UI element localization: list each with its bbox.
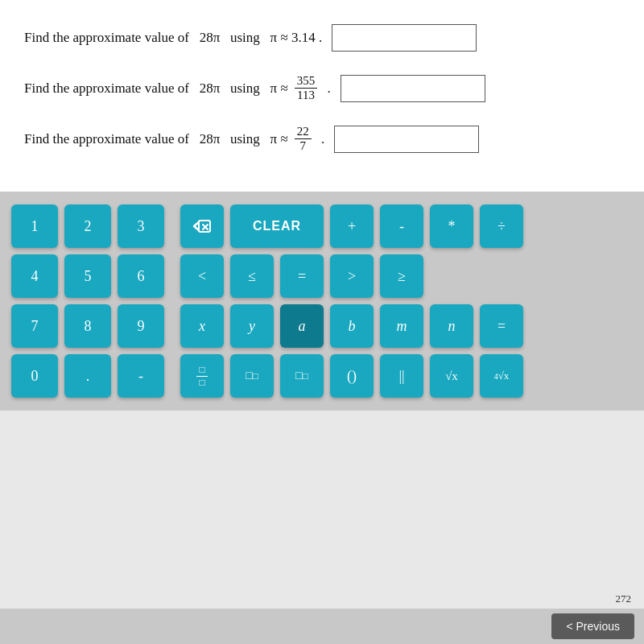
- key-superscript[interactable]: □□: [230, 354, 274, 398]
- question-3: Find the approximate value of 28π using …: [24, 125, 620, 153]
- key-7[interactable]: 7: [11, 304, 58, 348]
- key-parens[interactable]: (): [330, 354, 374, 398]
- q2-numerator: 355: [295, 74, 318, 89]
- key-9[interactable]: 9: [118, 304, 164, 348]
- question-2: Find the approximate value of 28π using …: [24, 74, 620, 102]
- key-gte[interactable]: ≥: [380, 254, 423, 298]
- key-1[interactable]: 1: [11, 204, 58, 248]
- q1-answer-input[interactable]: [332, 24, 477, 52]
- key-dot[interactable]: .: [64, 354, 111, 398]
- fraction-icon: □ □: [196, 364, 207, 389]
- page-number: 272: [616, 592, 632, 605]
- key-gt[interactable]: >: [330, 254, 374, 298]
- q2-denominator: 113: [295, 89, 317, 102]
- key-minus[interactable]: -: [380, 204, 423, 248]
- numpad: 1 2 3 4 5 6 7 8 9 0 . -: [11, 204, 164, 398]
- key-eq2[interactable]: =: [480, 304, 523, 348]
- key-0[interactable]: 0: [11, 354, 58, 398]
- key-n[interactable]: n: [430, 304, 473, 348]
- key-8[interactable]: 8: [64, 304, 111, 348]
- sympad: CLEAR + - * ÷ < ≤ = > ≥ x y a b m n = □ …: [180, 204, 523, 398]
- key-lte[interactable]: ≤: [230, 254, 274, 298]
- key-plus[interactable]: +: [330, 204, 374, 248]
- key-backspace[interactable]: [180, 204, 224, 248]
- key-clear[interactable]: CLEAR: [230, 204, 324, 248]
- key-fraction[interactable]: □ □: [180, 354, 224, 398]
- key-6[interactable]: 6: [118, 254, 164, 298]
- main-content: Find the approximate value of 28π using …: [0, 0, 644, 192]
- q3-denominator: 7: [297, 139, 308, 153]
- key-a[interactable]: a: [280, 304, 324, 348]
- key-m[interactable]: m: [380, 304, 423, 348]
- key-eq[interactable]: =: [280, 254, 324, 298]
- q3-fraction: 22 7: [295, 125, 312, 153]
- key-2[interactable]: 2: [64, 204, 111, 248]
- key-empty1: [430, 254, 473, 298]
- key-5[interactable]: 5: [64, 254, 111, 298]
- q2-answer-input[interactable]: [341, 75, 485, 102]
- q3-answer-input[interactable]: [334, 126, 479, 153]
- q3-numerator: 22: [295, 125, 312, 139]
- key-abs[interactable]: ||: [380, 354, 423, 398]
- key-multiply[interactable]: *: [430, 204, 473, 248]
- key-lt[interactable]: <: [180, 254, 224, 298]
- key-fourthroot[interactable]: 4√x: [480, 354, 523, 398]
- key-y[interactable]: y: [230, 304, 274, 348]
- prev-label: < Previous: [566, 620, 620, 633]
- previous-button[interactable]: < Previous: [551, 613, 634, 639]
- q2-fraction: 355 113: [295, 74, 318, 102]
- key-4[interactable]: 4: [11, 254, 58, 298]
- keyboard-section: 1 2 3 4 5 6 7 8 9 0 . - CLEAR + - * ÷ < …: [0, 192, 644, 411]
- key-3[interactable]: 3: [118, 204, 164, 248]
- q3-text: Find the approximate value of 28π using …: [24, 125, 324, 153]
- key-x[interactable]: x: [180, 304, 224, 348]
- bottom-bar: < Previous: [0, 609, 644, 644]
- q2-text: Find the approximate value of 28π using …: [24, 74, 331, 102]
- question-1: Find the approximate value of 28π using …: [24, 24, 620, 52]
- q1-text: Find the approximate value of 28π using …: [24, 30, 322, 46]
- key-sqrt[interactable]: √x: [430, 354, 473, 398]
- key-divide[interactable]: ÷: [480, 204, 523, 248]
- key-subscript[interactable]: □□: [280, 354, 324, 398]
- key-b[interactable]: b: [330, 304, 374, 348]
- key-empty2: [480, 254, 523, 298]
- key-neg[interactable]: -: [118, 354, 164, 398]
